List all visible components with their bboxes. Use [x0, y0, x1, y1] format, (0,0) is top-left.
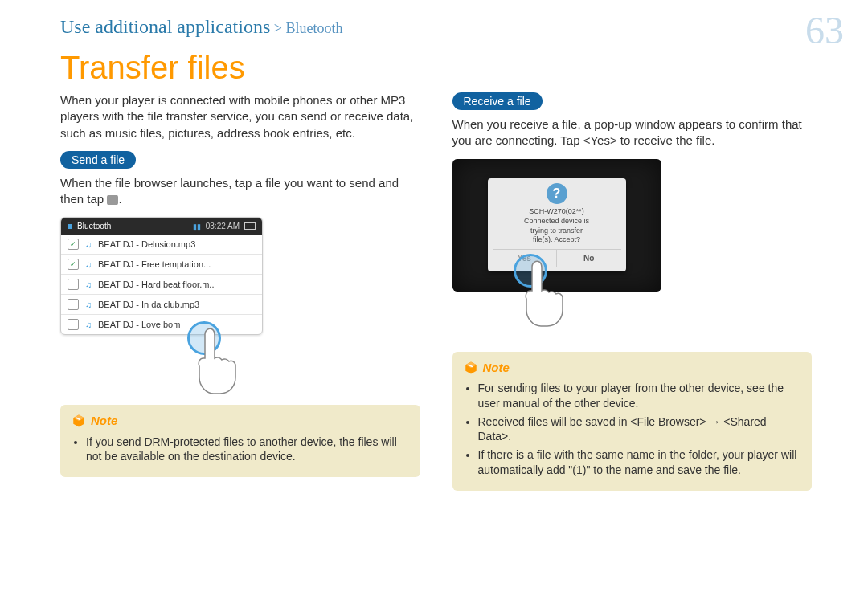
send-file-text: When the file browser launches, tap a fi… [60, 175, 420, 208]
note-item: For sending files to your player from th… [478, 381, 801, 411]
confirm-dialog: ? SCH-W270(02**) Connected device is try… [488, 178, 626, 271]
checkbox-icon [68, 299, 79, 310]
left-column: When your player is connected with mobil… [60, 92, 420, 491]
music-icon: ♫ [84, 320, 93, 329]
file-row: ♫ BEAT DJ - Hard beat floor.m.. [61, 275, 262, 295]
file-row: ✓ ♫ BEAT DJ - Free temptation... [61, 255, 262, 275]
file-row: ✓ ♫ BEAT DJ - Delusion.mp3 [61, 235, 262, 255]
page-number: 63 [805, 8, 844, 52]
note-item: If you send DRM-protected files to anoth… [86, 435, 409, 465]
checkbox-icon [68, 279, 79, 290]
breadcrumb-separator: > [270, 20, 285, 36]
send-file-pill: Send a file [60, 151, 136, 169]
note-item: If there is a file with the same name in… [478, 447, 801, 478]
file-name: BEAT DJ - Hard beat floor.m.. [98, 279, 214, 289]
dialog-line: file(s). Accept? [493, 235, 621, 245]
breadcrumb-sub: Bluetooth [285, 20, 342, 36]
note-item: Received files will be saved in <File Br… [478, 414, 801, 445]
dialog-line: Connected device is [493, 217, 621, 226]
device-header: Bluetooth ▮▮ 03:22 AM [61, 218, 262, 235]
file-name: BEAT DJ - Delusion.mp3 [98, 239, 195, 249]
music-icon: ♫ [84, 279, 93, 289]
hand-pointer-icon [193, 328, 257, 400]
question-icon: ? [547, 183, 567, 204]
note-label: Note [91, 413, 117, 429]
dialog-line: trying to transfer [493, 226, 621, 236]
receive-file-pill: Receive a file [452, 92, 542, 110]
device-header-title: Bluetooth [77, 222, 188, 231]
note-cube-icon [464, 361, 478, 375]
file-name: BEAT DJ - Free temptation... [98, 259, 211, 269]
breadcrumb: Use additional applications > Bluetooth [60, 16, 812, 38]
send-text-after: . [118, 192, 121, 206]
receive-note-box: Note For sending files to your player fr… [452, 352, 813, 492]
page-title: Transfer files [60, 50, 812, 86]
hand-pointer-icon [520, 260, 584, 333]
file-row: ♫ BEAT DJ - In da club.mp3 [61, 295, 262, 315]
music-icon: ♫ [84, 300, 93, 309]
music-icon: ♫ [84, 259, 93, 269]
note-cube-icon [72, 414, 86, 428]
note-label: Note [483, 360, 510, 376]
pause-icon: ▮▮ [193, 222, 201, 231]
file-name: BEAT DJ - Love bom [98, 320, 180, 329]
battery-icon [244, 222, 256, 230]
dialog-line: SCH-W270(02**) [493, 207, 621, 217]
checkbox-icon: ✓ [68, 259, 79, 270]
bluetooth-file-browser: Bluetooth ▮▮ 03:22 AM ✓ ♫ BEAT DJ - Delu… [60, 217, 263, 335]
breadcrumb-main: Use additional applications [60, 16, 270, 37]
checkbox-icon [68, 319, 79, 330]
device-time: 03:22 AM [206, 222, 240, 231]
intro-text: When your player is connected with mobil… [60, 92, 420, 141]
receive-file-text: When you receive a file, a pop-up window… [452, 116, 813, 149]
checkbox-icon: ✓ [68, 239, 79, 250]
music-icon: ♫ [84, 239, 93, 249]
right-column: Receive a file When you receive a file, … [452, 92, 813, 491]
bluetooth-icon [68, 224, 72, 229]
file-name: BEAT DJ - In da club.mp3 [98, 300, 199, 309]
send-note-box: Note If you send DRM-protected files to … [60, 405, 420, 477]
send-icon [107, 195, 118, 205]
